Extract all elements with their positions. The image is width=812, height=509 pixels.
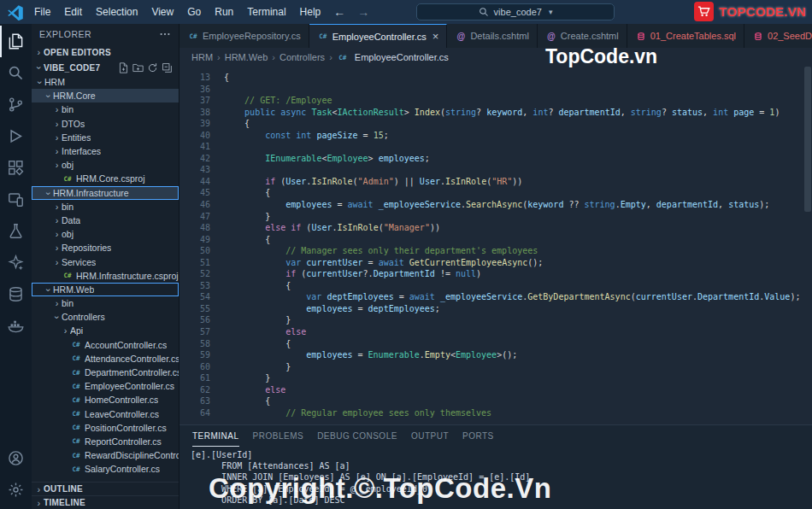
code-line: 59 employees = Enumerable.Empty<Employee… bbox=[179, 349, 812, 361]
tree-item-interfaces[interactable]: ›Interfaces bbox=[32, 144, 179, 158]
tree-item-rewarddisciplinecontroller-cs[interactable]: C#RewardDisciplineController.cs bbox=[32, 448, 179, 462]
tree-item-reportcontroller-cs[interactable]: C#ReportController.cs bbox=[32, 435, 179, 448]
terminal-output[interactable]: [e].[UserId] FROM [Attendances] AS [a] I… bbox=[191, 449, 812, 509]
menu-edit[interactable]: Edit bbox=[57, 3, 89, 21]
tab-create-cshtml[interactable]: @Create.cshtml bbox=[538, 24, 627, 48]
menu-file[interactable]: File bbox=[27, 3, 57, 21]
menu-run[interactable]: Run bbox=[208, 3, 240, 21]
tree-item-hrm-core[interactable]: ›HRM.Core bbox=[32, 89, 179, 102]
tree-item-repositories[interactable]: ›Repositories bbox=[32, 241, 179, 254]
account-icon[interactable] bbox=[0, 442, 32, 474]
outline-section[interactable]: › OUTLINE bbox=[32, 482, 179, 495]
tree-item-positioncontroller-cs[interactable]: C#PositionController.cs bbox=[32, 421, 179, 435]
back-icon[interactable]: ← bbox=[327, 5, 351, 19]
testing-icon[interactable] bbox=[0, 215, 32, 247]
tree-item-bin[interactable]: ›bin bbox=[32, 200, 179, 214]
tree-item-hrm-infrastructure[interactable]: ›HRM.Infrastructure bbox=[32, 186, 179, 200]
timeline-section[interactable]: › TIMELINE bbox=[32, 495, 179, 509]
run-debug-icon[interactable] bbox=[0, 120, 32, 152]
tree-item-label: DTOs bbox=[62, 119, 85, 129]
tab-employeerepository-cs[interactable]: C#EmployeeRepository.cs bbox=[179, 24, 309, 48]
tree-item-obj[interactable]: ›obj bbox=[32, 158, 179, 172]
breadcrumb-item[interactable]: Controllers bbox=[279, 52, 325, 62]
tree-item-hrm-core-csproj[interactable]: C#HRM.Core.csproj bbox=[32, 172, 179, 185]
new-file-icon[interactable] bbox=[118, 62, 129, 73]
code-line: 36 bbox=[179, 84, 812, 96]
panel-tab-debug-console[interactable]: DEBUG CONSOLE bbox=[317, 425, 397, 447]
csproj-file-icon: C# bbox=[62, 173, 74, 184]
breadcrumb-item[interactable]: HRM.Web bbox=[225, 52, 268, 62]
menu-view[interactable]: View bbox=[144, 3, 180, 21]
tab-details-cshtml[interactable]: @Details.cshtml bbox=[447, 24, 537, 48]
tree-item-api[interactable]: ›Api bbox=[32, 324, 179, 337]
tree-item-entities[interactable]: ›Entities bbox=[32, 131, 179, 144]
tree-item-accountcontroller-cs[interactable]: C#AccountController.cs bbox=[32, 338, 179, 352]
menu-terminal[interactable]: Terminal bbox=[240, 3, 292, 21]
code-editor[interactable]: 13{3637 // GET: /Employee38 public async… bbox=[179, 67, 812, 424]
tree-item-homecontroller-cs[interactable]: C#HomeController.cs bbox=[32, 393, 179, 407]
breadcrumb-item[interactable]: EmployeeController.cs bbox=[355, 52, 449, 62]
search-icon[interactable] bbox=[0, 57, 32, 89]
tree-item-hrm-web[interactable]: ›HRM.Web bbox=[32, 283, 179, 296]
copilot-icon[interactable] bbox=[0, 247, 32, 278]
more-actions-icon[interactable] bbox=[159, 28, 171, 40]
tree-item-dtos[interactable]: ›DTOs bbox=[32, 117, 179, 131]
breadcrumb-item[interactable]: HRM bbox=[191, 52, 213, 62]
tree-item-services[interactable]: ›Services bbox=[32, 254, 179, 268]
editor-tab-bar: C#EmployeeRepository.csC#EmployeeControl… bbox=[179, 24, 812, 48]
panel-tab-output[interactable]: OUTPUT bbox=[411, 425, 449, 447]
docker-icon[interactable] bbox=[0, 310, 32, 342]
tree-item-attendancecontroller-cs[interactable]: C#AttendanceController.cs bbox=[32, 352, 179, 366]
tree-item-controllers[interactable]: ›Controllers bbox=[32, 310, 179, 324]
tab-label: 02_SeedData.sql bbox=[768, 31, 812, 41]
panel-tab-problems[interactable]: PROBLEMS bbox=[253, 425, 304, 447]
code-text: // GET: /Employee bbox=[224, 95, 332, 107]
tree-item-obj[interactable]: ›obj bbox=[32, 227, 179, 241]
new-folder-icon[interactable] bbox=[132, 62, 144, 73]
command-center-search[interactable]: vibe_code7 ▾ bbox=[416, 3, 615, 20]
refresh-icon[interactable] bbox=[147, 62, 158, 73]
tree-item-leavecontroller-cs[interactable]: C#LeaveController.cs bbox=[32, 407, 179, 421]
tree-item-bin[interactable]: ›bin bbox=[32, 102, 179, 116]
tree-item-data[interactable]: ›Data bbox=[32, 214, 179, 227]
tab-02-seeddata-sql[interactable]: 02_SeedData.sql bbox=[744, 24, 812, 48]
forward-icon[interactable]: → bbox=[351, 5, 375, 19]
menu-go[interactable]: Go bbox=[180, 3, 208, 21]
tree-item-label: Repositories bbox=[62, 243, 111, 253]
menu-help[interactable]: Help bbox=[293, 3, 328, 21]
tab-01-createtables-sql[interactable]: 01_CreateTables.sql bbox=[627, 24, 744, 48]
tree-item-hrm[interactable]: ›HRM bbox=[32, 75, 179, 89]
tree-item-salarycontroller-cs[interactable]: C#SalaryController.cs bbox=[32, 462, 179, 476]
tree-item-bin[interactable]: ›bin bbox=[32, 296, 179, 310]
tree-item-departmentcontroller-cs[interactable]: C#DepartmentController.cs bbox=[32, 366, 179, 379]
csharp-file-icon: C# bbox=[70, 436, 82, 447]
code-text: IEnumerable<Employee> employees; bbox=[224, 153, 430, 165]
sidebar-title: EXPLORER bbox=[39, 29, 91, 39]
tree-item-label: EmployeeController.cs bbox=[85, 381, 174, 391]
code-line: 51 var currentUser = await GetCurrentEmp… bbox=[179, 257, 812, 269]
editor-scrollbar[interactable] bbox=[804, 67, 811, 212]
workspace-section[interactable]: › VIBE_CODE7 bbox=[32, 60, 179, 75]
explorer-icon[interactable] bbox=[0, 26, 32, 57]
database-icon[interactable] bbox=[0, 278, 32, 310]
panel-tab-terminal[interactable]: TERMINAL bbox=[192, 425, 239, 447]
source-control-icon[interactable] bbox=[0, 89, 32, 120]
code-text: { bbox=[224, 395, 270, 407]
settings-icon[interactable] bbox=[0, 474, 32, 506]
extensions-icon[interactable] bbox=[0, 152, 32, 184]
explorer-glyph bbox=[8, 33, 24, 50]
tree-item-hrm-infrastructure-csproj[interactable]: C#HRM.Infrastructure.csproj bbox=[32, 269, 179, 283]
menu-selection[interactable]: Selection bbox=[89, 3, 144, 21]
tab-employeecontroller-cs[interactable]: C#EmployeeController.cs× bbox=[309, 24, 448, 48]
open-editors-section[interactable]: › OPEN EDITORS bbox=[32, 44, 179, 60]
tree-item-label: HRM bbox=[44, 77, 65, 87]
csharp-file-icon: C# bbox=[70, 367, 82, 378]
collapse-all-icon[interactable] bbox=[162, 62, 173, 73]
panel-tab-ports[interactable]: PORTS bbox=[462, 425, 494, 447]
remote-explorer-icon[interactable] bbox=[0, 184, 32, 215]
tree-item-employeecontroller-cs[interactable]: C#EmployeeController.cs bbox=[32, 379, 179, 393]
csharp-file-icon: C# bbox=[70, 408, 82, 419]
tree-item-label: ReportController.cs bbox=[85, 436, 162, 447]
vscode-logo-icon[interactable] bbox=[7, 3, 24, 20]
close-icon[interactable]: × bbox=[432, 31, 439, 42]
